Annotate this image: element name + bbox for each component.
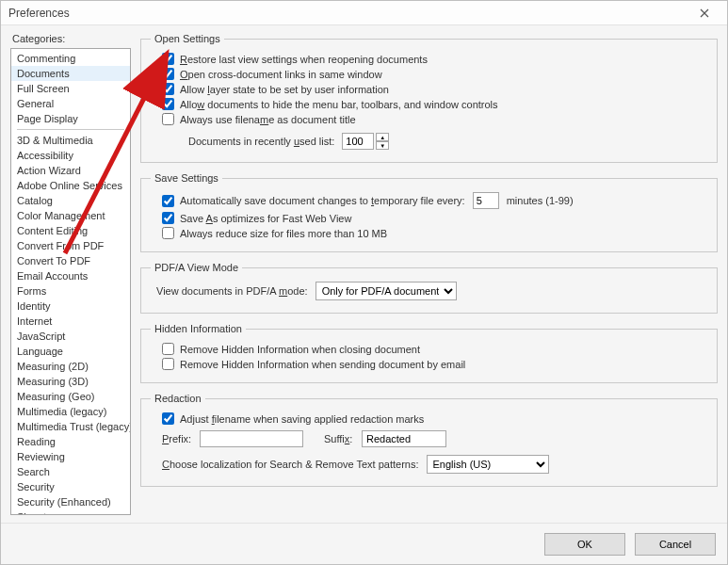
category-item-full-screen[interactable]: Full Screen (11, 81, 130, 96)
categories-pane: Categories: CommentingDocumentsFull Scre… (10, 33, 131, 515)
fast-web-view-checkbox[interactable] (162, 212, 174, 224)
category-item-measuring-3d[interactable]: Measuring (3D) (11, 374, 130, 389)
category-item-javascript[interactable]: JavaScript (11, 329, 130, 344)
remove-hidden-email-checkbox[interactable] (162, 358, 174, 370)
category-item-adobe-online-services[interactable]: Adobe Online Services (11, 178, 130, 193)
adjust-filename-label: Adjust filename when saving applied reda… (180, 413, 424, 425)
prefix-label: Prefix: (162, 433, 200, 444)
category-item-measuring-geo[interactable]: Measuring (Geo) (11, 389, 130, 404)
suffix-label: Suffix: (324, 433, 362, 444)
category-item-color-management[interactable]: Color Management (11, 208, 130, 223)
autosave-minutes-input[interactable] (473, 192, 499, 209)
pdfa-legend: PDF/A View Mode (151, 262, 242, 273)
allow-layer-state-label: Allow layer state to be set by user info… (180, 84, 389, 95)
category-item-convert-from-pdf[interactable]: Convert From PDF (11, 238, 130, 253)
categories-label: Categories: (12, 33, 131, 44)
suffix-input[interactable] (362, 430, 446, 447)
category-item-language[interactable]: Language (11, 344, 130, 359)
category-item-documents[interactable]: Documents (11, 66, 130, 81)
hidden-info-group: Hidden Information Remove Hidden Informa… (140, 323, 718, 383)
preferences-dialog: Preferences Categories: CommentingDocume… (0, 0, 728, 565)
category-item-forms[interactable]: Forms (11, 283, 130, 299)
open-settings-legend: Open Settings (151, 33, 224, 44)
pdfa-group: PDF/A View Mode View documents in PDF/A … (140, 262, 718, 314)
remove-hidden-closing-label: Remove Hidden Information when closing d… (180, 344, 420, 355)
localization-label: Choose localization for Search & Remove … (162, 459, 419, 470)
open-cross-doc-checkbox[interactable] (162, 68, 174, 80)
restore-last-view-checkbox[interactable] (162, 53, 174, 65)
localization-select[interactable]: English (US) (427, 455, 549, 474)
close-icon (700, 8, 709, 18)
category-item-internet[interactable]: Internet (11, 314, 130, 329)
category-item-reading[interactable]: Reading (11, 434, 130, 449)
ok-button[interactable]: OK (544, 533, 625, 556)
hidden-info-legend: Hidden Information (151, 323, 246, 334)
save-settings-legend: Save Settings (151, 172, 222, 184)
category-divider (17, 129, 124, 130)
autosave-unit: minutes (1-99) (507, 195, 574, 206)
autosave-label: Automatically save document changes to t… (180, 195, 465, 206)
allow-layer-state-checkbox[interactable] (162, 83, 174, 95)
dialog-footer: OK Cancel (1, 523, 727, 564)
recent-list-spinner[interactable]: ▲ ▼ (376, 133, 389, 150)
categories-listbox[interactable]: CommentingDocumentsFull ScreenGeneralPag… (10, 48, 131, 515)
category-item-identity[interactable]: Identity (11, 299, 130, 314)
category-item-3d-multimedia[interactable]: 3D & Multimedia (11, 133, 130, 148)
redaction-group: Redaction Adjust filename when saving ap… (140, 393, 718, 487)
recent-list-input[interactable] (342, 133, 374, 150)
pdfa-mode-label: View documents in PDF/A mode: (156, 285, 308, 297)
category-item-multimedia-legacy[interactable]: Multimedia (legacy) (11, 404, 130, 419)
category-item-measuring-2d[interactable]: Measuring (2D) (11, 359, 130, 374)
allow-hide-menubar-label: Allow documents to hide the menu bar, to… (180, 99, 498, 110)
category-item-email-accounts[interactable]: Email Accounts (11, 268, 130, 283)
category-item-page-display[interactable]: Page Display (11, 111, 130, 126)
close-button[interactable] (688, 4, 721, 23)
recent-list-label: Documents in recently used list: (188, 136, 334, 147)
category-item-security[interactable]: Security (11, 479, 130, 494)
category-item-action-wizard[interactable]: Action Wizard (11, 163, 130, 178)
spinner-up-icon[interactable]: ▲ (376, 133, 389, 141)
category-item-multimedia-trust[interactable]: Multimedia Trust (legacy) (11, 419, 130, 434)
allow-hide-menubar-checkbox[interactable] (162, 98, 174, 110)
prefix-input[interactable] (200, 430, 303, 447)
reduce-size-label: Always reduce size for files more than 1… (180, 228, 387, 239)
category-item-catalog[interactable]: Catalog (11, 193, 130, 208)
redaction-legend: Redaction (151, 393, 205, 404)
category-item-accessibility[interactable]: Accessibility (11, 148, 130, 163)
restore-last-view-label: Restore last view settings when reopenin… (180, 54, 428, 65)
cancel-button[interactable]: Cancel (635, 533, 716, 556)
adjust-filename-checkbox[interactable] (162, 412, 174, 425)
reduce-size-checkbox[interactable] (162, 227, 174, 239)
category-item-search[interactable]: Search (11, 464, 130, 479)
window-title: Preferences (8, 7, 70, 20)
open-cross-doc-label: Open cross-document links in same window (180, 69, 382, 80)
fast-web-view-label: Save As optimizes for Fast Web View (180, 213, 351, 224)
titlebar: Preferences (1, 1, 727, 25)
settings-panel: Open Settings Restore last view settings… (140, 33, 718, 515)
category-item-security-enhanced[interactable]: Security (Enhanced) (11, 494, 130, 509)
filename-as-title-checkbox[interactable] (162, 113, 174, 125)
autosave-checkbox[interactable] (162, 195, 174, 207)
category-item-convert-to-pdf[interactable]: Convert To PDF (11, 253, 130, 268)
spinner-down-icon[interactable]: ▼ (376, 141, 389, 150)
pdfa-mode-select[interactable]: Only for PDF/A documents (315, 282, 457, 300)
filename-as-title-label: Always use filename as document title (180, 114, 356, 125)
remove-hidden-closing-checkbox[interactable] (162, 343, 174, 355)
category-item-signatures[interactable]: Signatures (11, 509, 130, 515)
category-item-reviewing[interactable]: Reviewing (11, 449, 130, 464)
save-settings-group: Save Settings Automatically save documen… (140, 172, 718, 252)
open-settings-group: Open Settings Restore last view settings… (140, 33, 718, 163)
remove-hidden-email-label: Remove Hidden Information when sending d… (180, 359, 465, 370)
category-item-commenting[interactable]: Commenting (11, 51, 130, 66)
category-item-general[interactable]: General (11, 96, 130, 111)
category-item-content-editing[interactable]: Content Editing (11, 223, 130, 238)
